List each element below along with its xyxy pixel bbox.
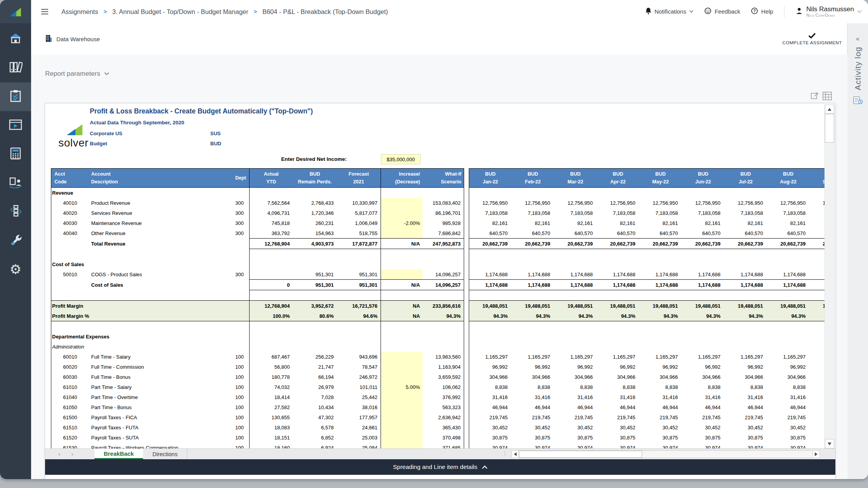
increase-input-cell[interactable] [381, 208, 423, 218]
sidebar-item-tools[interactable] [0, 226, 31, 255]
user-menu[interactable]: Nils Rasmussen Nils CorpDemo [795, 6, 862, 17]
sidebar-item-library[interactable] [0, 54, 31, 82]
spreading-details-toggle[interactable]: Spreading and Line item details [45, 459, 835, 475]
cell [250, 290, 293, 301]
month-value-cell: 1,165,297 [597, 352, 639, 362]
horizontal-scroll-thumb[interactable] [519, 451, 642, 458]
month-value-cell: 304,966 [767, 372, 810, 382]
scrollbar-drag-handle[interactable]: ⋮ [502, 450, 508, 456]
increase-input-cell[interactable] [381, 402, 423, 412]
increase-input-cell[interactable]: 5.00% [381, 382, 423, 392]
cell [381, 259, 423, 269]
month-value-cell: 46,944 [554, 402, 597, 412]
data-warehouse-label-group: Data Warehouse [45, 35, 100, 44]
grid-view-icon[interactable] [823, 92, 832, 102]
dept-cell: 100 [218, 422, 250, 432]
activity-log-icon[interactable] [853, 96, 863, 106]
breadcrumb-annual-budget[interactable]: 3. Annual Budget - Top/Down - Budget Man… [112, 8, 248, 16]
help-button[interactable]: ? Help [751, 7, 773, 16]
sidebar-item-player[interactable] [0, 111, 31, 140]
sheet-row: 61520Payroll Taxes - SUTA10018,1516,8522… [51, 432, 464, 443]
increase-input-cell[interactable] [381, 412, 423, 422]
tab-scroll-left-icon[interactable]: ‹ [58, 451, 60, 458]
month-value-cell: 82,161 [725, 218, 767, 228]
month-value-cell: 219,745 [682, 412, 725, 422]
edit-popout-icon[interactable] [810, 92, 819, 102]
smiley-icon [704, 7, 711, 16]
month-value-cell: 8,838 [554, 382, 597, 392]
total-label-cell: Cost of Sales [88, 280, 218, 290]
increase-input-cell[interactable] [381, 392, 423, 402]
horizontal-scrollbar[interactable] [512, 450, 820, 458]
month-value-cell: 219,745 [512, 412, 554, 422]
tab-breakback[interactable]: BreakBack [94, 449, 143, 459]
scroll-down-icon[interactable] [825, 439, 834, 448]
activity-log-label[interactable]: Activity log [853, 47, 863, 90]
month-value-cell: 30,452 [469, 422, 512, 432]
month-value-cell: 1,165,297 [639, 352, 682, 362]
whatif-cell: 1,163,904 [423, 362, 464, 372]
sidebar-item-settings[interactable]: ⚙ [0, 255, 31, 284]
scroll-right-icon[interactable] [812, 451, 819, 458]
sheet-row [51, 321, 464, 332]
cell: 7,562,564 [250, 198, 293, 208]
complete-assignment-button[interactable]: COMPLETE ASSIGNMENT [782, 33, 842, 45]
tab-scroll-right-icon[interactable]: › [71, 451, 73, 458]
increase-input-cell[interactable] [381, 198, 423, 208]
increase-input-cell[interactable] [381, 422, 423, 432]
scroll-left-icon[interactable] [512, 451, 519, 458]
solver-logo-icon[interactable] [0, 0, 31, 23]
notifications-button[interactable]: Notifications [645, 7, 694, 16]
increase-input-cell[interactable] [381, 372, 423, 382]
month-value-cell: 46,944 [512, 402, 554, 412]
month-value-cell: 12,756,950 [725, 198, 767, 208]
month-value-cell [597, 259, 639, 269]
sheet-row: Cost of Sales [51, 259, 464, 269]
cell: 1,006,049 [337, 218, 381, 228]
vertical-scroll-thumb[interactable] [825, 114, 834, 143]
month-value-cell [725, 259, 767, 269]
sidebar-item-assignments[interactable] [0, 82, 31, 111]
month-value-cell: 94.3% [639, 311, 682, 321]
scenario-label: Budget [90, 141, 107, 146]
tab-directions[interactable]: Directions [143, 449, 187, 459]
report-parameters-toggle[interactable]: Report parameters [45, 70, 109, 78]
whatif-cell: 153,083,402 [423, 198, 464, 208]
sidebar-item-home[interactable] [0, 25, 31, 54]
increase-input-cell[interactable] [381, 362, 423, 372]
increase-input-cell[interactable]: -2.00% [381, 218, 423, 228]
increase-input-cell[interactable] [381, 352, 423, 362]
chevron-up-icon [482, 465, 487, 469]
breadcrumb-assignments[interactable]: Assignments [61, 8, 98, 16]
month-value-cell: 219,745 [639, 412, 682, 422]
sidebar-item-process[interactable] [0, 197, 31, 226]
month-value-cell [639, 342, 682, 352]
sidebar-item-budgeting[interactable] [0, 140, 31, 169]
vertical-scrollbar[interactable] [824, 105, 835, 448]
month-value-cell: 96,992 [725, 362, 767, 372]
increase-input-cell[interactable] [381, 269, 423, 280]
pnl-table-months: BUDJan-22BUDFeb-22BUDMar-22BUDApr-22BUDM… [469, 168, 824, 449]
menu-icon[interactable] [41, 9, 48, 14]
sheet-month-row [469, 321, 825, 332]
sidebar-item-collaboration[interactable] [0, 169, 31, 197]
sheet-row: 61010Part Time - Salary10074,03226,97910… [51, 382, 464, 392]
month-value-cell [554, 188, 597, 198]
increase-input-cell[interactable] [381, 228, 423, 239]
increase-input-cell[interactable] [381, 432, 423, 443]
account-description-cell: Full Time - Salary [88, 352, 218, 362]
month-value-cell: 8,838 [597, 382, 639, 392]
cell: 745,818 [250, 218, 293, 228]
scroll-up-icon[interactable] [825, 105, 834, 114]
cell [423, 342, 464, 352]
month-value-cell: 8,838 [469, 382, 512, 392]
sheet-row: 60010Full Time - Salary100687,467256,229… [51, 352, 464, 362]
cell: 18,151 [250, 432, 293, 443]
month-value-cell: 30,875 [554, 432, 597, 443]
cell: 4,903,973 [293, 239, 337, 249]
net-income-input-cell[interactable]: $35,000,000 [381, 154, 421, 164]
breadcrumb-current-report[interactable]: B604 - P&L - Breakback (Top-Down Budget) [262, 8, 388, 16]
feedback-button[interactable]: Feedback [704, 7, 740, 16]
collapse-panel-icon[interactable]: « [856, 35, 859, 43]
sheet-row: Departmental Expenses [51, 331, 464, 342]
